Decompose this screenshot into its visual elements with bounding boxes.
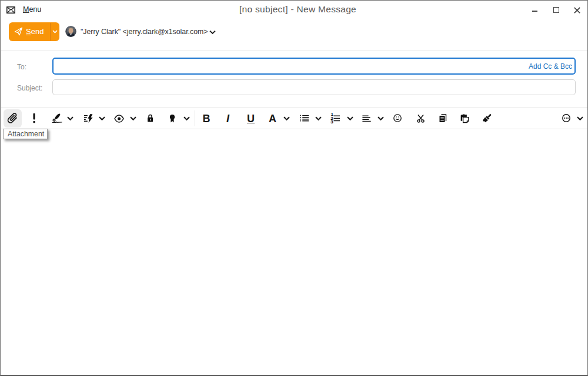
svg-text:3: 3: [330, 119, 333, 124]
